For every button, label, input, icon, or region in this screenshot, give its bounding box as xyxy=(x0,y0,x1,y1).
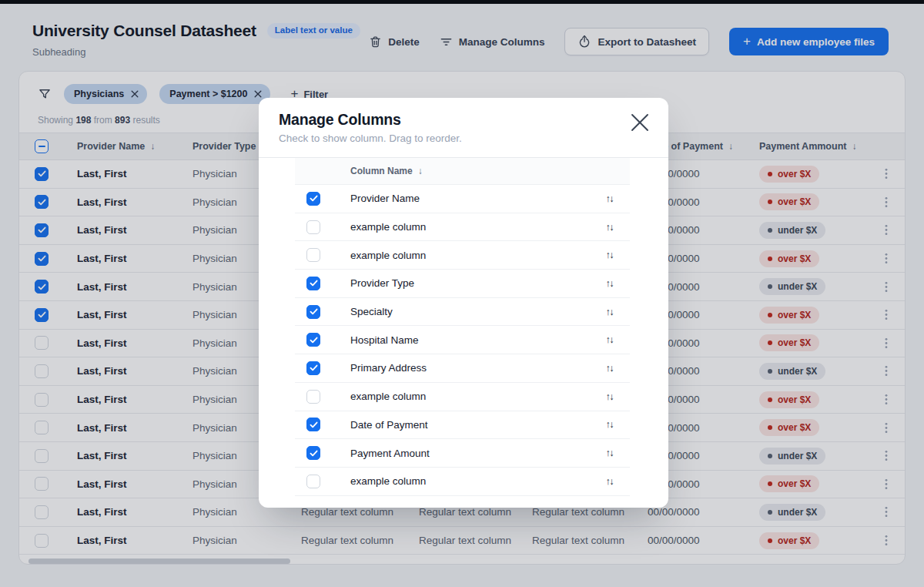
reorder-icon[interactable]: ↑↓ xyxy=(606,448,614,458)
column-list-item: Primary Address ↑↓ xyxy=(295,354,630,383)
column-item-label: Primary Address xyxy=(350,362,427,374)
column-checkbox[interactable] xyxy=(306,277,320,290)
column-list-item: Payment Amount ↑↓ xyxy=(295,439,630,468)
column-checkbox[interactable] xyxy=(306,192,320,206)
column-item-label: Specialty xyxy=(350,306,393,317)
sort-desc-icon: ↓ xyxy=(418,166,423,176)
column-list-item: Date of Payment ↑↓ xyxy=(295,411,630,440)
column-item-label: example column xyxy=(350,475,426,487)
modal-close-button[interactable] xyxy=(628,111,651,134)
column-checkbox[interactable] xyxy=(306,446,320,460)
column-list-item: example column ↑↓ xyxy=(295,383,630,411)
column-list-item: example column ↑↓ xyxy=(295,213,630,242)
reorder-icon[interactable]: ↑↓ xyxy=(606,363,614,374)
column-list-item: Provider Name ↑↓ xyxy=(295,185,630,213)
reorder-icon[interactable]: ↑↓ xyxy=(606,419,614,430)
column-checkbox[interactable] xyxy=(306,475,320,488)
column-item-label: Date of Payment xyxy=(350,419,428,431)
column-checkbox[interactable] xyxy=(306,361,320,375)
column-list-item: Hospital Name ↑↓ xyxy=(295,326,630,354)
column-item-label: Payment Amount xyxy=(350,448,430,459)
column-list-header: Column Name↓ xyxy=(295,158,630,185)
column-checkbox[interactable] xyxy=(306,390,320,404)
column-item-label: Provider Name xyxy=(350,193,420,204)
modal-subtitle: Check to show column. Drag to reorder. xyxy=(279,132,648,144)
modal-header: Manage Columns Check to show column. Dra… xyxy=(259,98,668,158)
column-item-label: Provider Type xyxy=(350,277,414,289)
column-checkbox[interactable] xyxy=(306,418,320,431)
reorder-icon[interactable]: ↑↓ xyxy=(606,250,614,260)
column-item-label: example column xyxy=(350,221,426,233)
column-checkbox[interactable] xyxy=(306,305,320,319)
column-list-item: Specialty ↑↓ xyxy=(295,298,630,327)
reorder-icon[interactable]: ↑↓ xyxy=(606,391,614,402)
column-list-item: example column ↑↓ xyxy=(295,468,630,496)
column-checkbox[interactable] xyxy=(306,333,320,347)
reorder-icon[interactable]: ↑↓ xyxy=(606,334,614,345)
manage-columns-modal: Manage Columns Check to show column. Dra… xyxy=(259,98,668,508)
reorder-icon[interactable]: ↑↓ xyxy=(606,193,614,204)
column-list: Column Name↓ Provider Name ↑↓ example co… xyxy=(295,158,630,496)
reorder-icon[interactable]: ↑↓ xyxy=(606,278,614,289)
column-list-item: example column ↑↓ xyxy=(295,241,630,270)
column-checkbox[interactable] xyxy=(306,248,320,262)
close-icon xyxy=(631,113,649,132)
reorder-icon[interactable]: ↑↓ xyxy=(606,222,614,233)
column-list-item: Provider Type ↑↓ xyxy=(295,270,630,298)
reorder-icon[interactable]: ↑↓ xyxy=(606,476,614,487)
column-item-label: example column xyxy=(350,250,426,261)
column-item-label: example column xyxy=(350,391,426,402)
column-checkbox[interactable] xyxy=(306,220,320,234)
modal-title: Manage Columns xyxy=(279,111,648,129)
reorder-icon[interactable]: ↑↓ xyxy=(606,307,614,317)
column-item-label: Hospital Name xyxy=(350,334,419,346)
